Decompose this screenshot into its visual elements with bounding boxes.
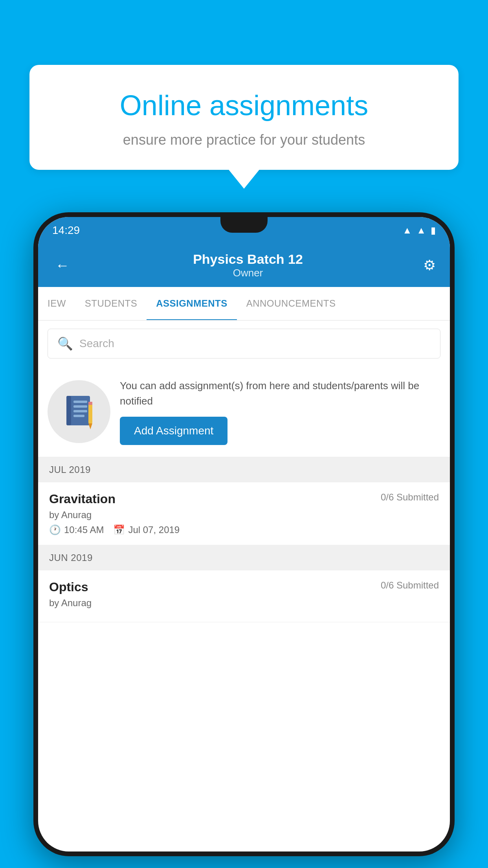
- search-container: 🔍 Search: [38, 321, 450, 366]
- back-button[interactable]: ←: [52, 254, 73, 277]
- notch: [220, 217, 268, 233]
- assignment-header-optics: Optics 0/6 Submitted: [49, 580, 439, 594]
- tab-announcements[interactable]: ANNOUNCEMENTS: [237, 287, 345, 320]
- settings-button[interactable]: ⚙: [423, 257, 436, 274]
- header-title: Physics Batch 12: [73, 252, 423, 267]
- assignment-submitted: 0/6 Submitted: [381, 492, 439, 503]
- search-icon: 🔍: [57, 336, 73, 351]
- app-header: ← Physics Batch 12 Owner ⚙: [38, 244, 450, 287]
- assignment-item-gravitation[interactable]: Gravitation 0/6 Submitted by Anurag 🕐 10…: [38, 482, 450, 545]
- search-placeholder: Search: [79, 337, 114, 350]
- tab-assignments[interactable]: ASSIGNMENTS: [147, 287, 237, 320]
- search-bar[interactable]: 🔍 Search: [48, 329, 440, 359]
- assignment-meta: 🕐 10:45 AM 📅 Jul 07, 2019: [49, 524, 439, 535]
- svg-rect-2: [73, 401, 87, 403]
- header-title-group: Physics Batch 12 Owner: [73, 252, 423, 279]
- phone-screen: 14:29 ▲ ▲ ▮ ← Physics Batch 12 Owner ⚙ I…: [38, 217, 450, 851]
- promo-content: You can add assignment(s) from here and …: [120, 378, 440, 445]
- svg-marker-7: [88, 423, 92, 429]
- calendar-icon: 📅: [113, 524, 125, 535]
- status-time: 14:29: [52, 224, 80, 237]
- header-subtitle: Owner: [73, 267, 423, 279]
- assignment-title: Gravitation: [49, 492, 116, 506]
- status-icons: ▲ ▲ ▮: [402, 225, 436, 236]
- assignment-title-optics: Optics: [49, 580, 88, 594]
- svg-rect-8: [88, 402, 92, 405]
- tabs-container: IEW STUDENTS ASSIGNMENTS ANNOUNCEMENTS: [38, 287, 450, 321]
- section-header-jun: JUN 2019: [38, 545, 450, 570]
- speech-bubble-container: Online assignments ensure more practice …: [29, 65, 459, 170]
- promo-card: You can add assignment(s) from here and …: [38, 366, 450, 457]
- promo-description: You can add assignment(s) from here and …: [120, 378, 440, 409]
- assignment-item-optics[interactable]: Optics 0/6 Submitted by Anurag: [38, 570, 450, 622]
- section-header-jul: JUL 2019: [38, 457, 450, 482]
- wifi-icon: ▲: [402, 225, 412, 236]
- phone-frame: 14:29 ▲ ▲ ▮ ← Physics Batch 12 Owner ⚙ I…: [33, 212, 455, 856]
- assignment-author: by Anurag: [49, 509, 439, 520]
- tab-iew[interactable]: IEW: [38, 287, 75, 320]
- clock-icon: 🕐: [49, 524, 61, 535]
- signal-icon: ▲: [416, 225, 426, 236]
- speech-bubble-title: Online assignments: [53, 88, 435, 122]
- assignment-author-optics: by Anurag: [49, 598, 439, 609]
- add-assignment-button[interactable]: Add Assignment: [120, 417, 227, 445]
- svg-rect-5: [73, 415, 84, 417]
- notebook-icon: [59, 392, 99, 431]
- svg-rect-6: [88, 402, 92, 423]
- speech-bubble: Online assignments ensure more practice …: [29, 65, 459, 170]
- assignment-date: 📅 Jul 07, 2019: [113, 524, 180, 535]
- assignment-submitted-optics: 0/6 Submitted: [381, 580, 439, 591]
- speech-bubble-subtitle: ensure more practice for your students: [53, 132, 435, 148]
- assignment-header: Gravitation 0/6 Submitted: [49, 492, 439, 506]
- assignment-time: 🕐 10:45 AM: [49, 524, 104, 535]
- svg-rect-3: [73, 405, 87, 408]
- promo-icon-circle: [48, 380, 110, 443]
- svg-rect-4: [73, 410, 87, 412]
- battery-icon: ▮: [431, 225, 436, 236]
- svg-rect-1: [66, 396, 71, 425]
- tab-students[interactable]: STUDENTS: [75, 287, 147, 320]
